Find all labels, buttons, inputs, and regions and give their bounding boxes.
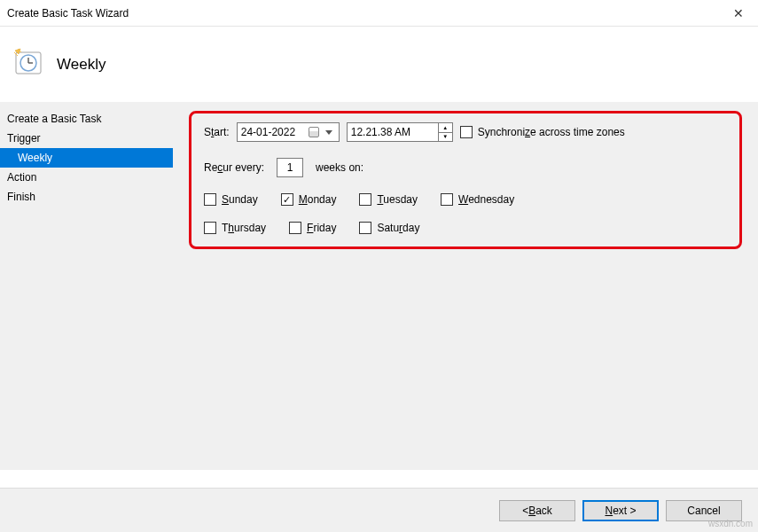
checkbox[interactable] bbox=[441, 193, 453, 206]
day-checkbox-wednesday[interactable]: Wednesday bbox=[441, 193, 514, 206]
sidebar-item-finish[interactable]: Finish bbox=[0, 187, 173, 207]
day-checkbox-sunday[interactable]: Sunday bbox=[204, 193, 258, 206]
day-checkbox-thursday[interactable]: Thursday bbox=[204, 222, 266, 234]
day-checkbox-tuesday[interactable]: Tuesday bbox=[359, 193, 418, 206]
days-row-2: ThursdayFridaySaturday bbox=[204, 222, 727, 234]
day-label: Tuesday bbox=[377, 193, 418, 206]
recur-label: Recur every: bbox=[204, 161, 264, 174]
sidebar-item-create-a-basic-task[interactable]: Create a Basic Task bbox=[0, 109, 173, 129]
day-checkbox-friday[interactable]: Friday bbox=[289, 222, 336, 234]
cancel-button[interactable]: Cancel bbox=[666, 500, 742, 521]
chevron-down-icon bbox=[323, 126, 335, 138]
close-button[interactable]: ✕ bbox=[718, 0, 758, 27]
start-time-input[interactable]: 12.21.38 AM ▲ ▼ bbox=[347, 122, 453, 142]
sync-checkbox[interactable] bbox=[460, 126, 473, 138]
spinner-down-icon[interactable]: ▼ bbox=[439, 133, 452, 142]
recur-row: Recur every: weeks on: bbox=[204, 158, 727, 177]
checkbox[interactable] bbox=[204, 222, 216, 234]
sync-checkbox-wrap[interactable]: Synchronize across time zones bbox=[460, 126, 625, 138]
next-button[interactable]: Next > bbox=[582, 500, 659, 521]
highlight-box: Start: 24-01-2022 12.21.38 AM ▲ ▼ bbox=[189, 111, 742, 249]
day-label: Saturday bbox=[377, 222, 419, 234]
watermark: wsxdn.com bbox=[708, 519, 753, 528]
day-label: Thursday bbox=[222, 222, 266, 234]
checkbox[interactable] bbox=[289, 222, 301, 234]
time-spinner[interactable]: ▲ ▼ bbox=[438, 123, 452, 141]
wizard-main: Start: 24-01-2022 12.21.38 AM ▲ ▼ bbox=[173, 102, 758, 470]
recur-suffix: weeks on: bbox=[316, 161, 363, 174]
checkbox[interactable] bbox=[281, 193, 293, 206]
start-row: Start: 24-01-2022 12.21.38 AM ▲ ▼ bbox=[204, 122, 727, 142]
checkbox[interactable] bbox=[359, 222, 371, 234]
checkbox[interactable] bbox=[359, 193, 371, 206]
wizard-sidebar: Create a Basic TaskTriggerWeeklyActionFi… bbox=[0, 102, 173, 470]
wizard-footer: < Back Next > Cancel bbox=[0, 488, 758, 532]
start-date-value: 24-01-2022 bbox=[241, 126, 295, 138]
day-checkbox-saturday[interactable]: Saturday bbox=[359, 222, 419, 234]
titlebar: Create Basic Task Wizard ✕ bbox=[0, 0, 758, 27]
sidebar-item-action[interactable]: Action bbox=[0, 168, 173, 187]
page-title: Weekly bbox=[57, 56, 105, 74]
start-time-value: 12.21.38 AM bbox=[351, 126, 410, 138]
start-label: Start: bbox=[204, 126, 230, 138]
sidebar-item-weekly[interactable]: Weekly bbox=[0, 148, 173, 168]
back-button[interactable]: < Back bbox=[499, 500, 575, 521]
day-label: Monday bbox=[299, 193, 337, 206]
day-label: Wednesday bbox=[458, 193, 514, 206]
day-checkbox-monday[interactable]: Monday bbox=[281, 193, 337, 206]
close-icon: ✕ bbox=[733, 6, 744, 20]
sync-label: Synchronize across time zones bbox=[478, 126, 625, 138]
wizard-body: Create a Basic TaskTriggerWeeklyActionFi… bbox=[0, 102, 758, 470]
day-label: Sunday bbox=[222, 193, 258, 206]
checkbox[interactable] bbox=[204, 193, 216, 206]
sidebar-item-trigger[interactable]: Trigger bbox=[0, 129, 173, 148]
calendar-icon bbox=[309, 127, 319, 137]
clock-icon bbox=[12, 47, 44, 82]
spinner-up-icon[interactable]: ▲ bbox=[439, 123, 452, 133]
days-row-1: SundayMondayTuesdayWednesday bbox=[204, 193, 727, 206]
day-label: Friday bbox=[307, 222, 336, 234]
wizard-header: Weekly bbox=[0, 27, 758, 102]
window-title: Create Basic Task Wizard bbox=[7, 7, 129, 20]
start-date-input[interactable]: 24-01-2022 bbox=[237, 122, 340, 142]
recur-input[interactable] bbox=[277, 158, 303, 177]
